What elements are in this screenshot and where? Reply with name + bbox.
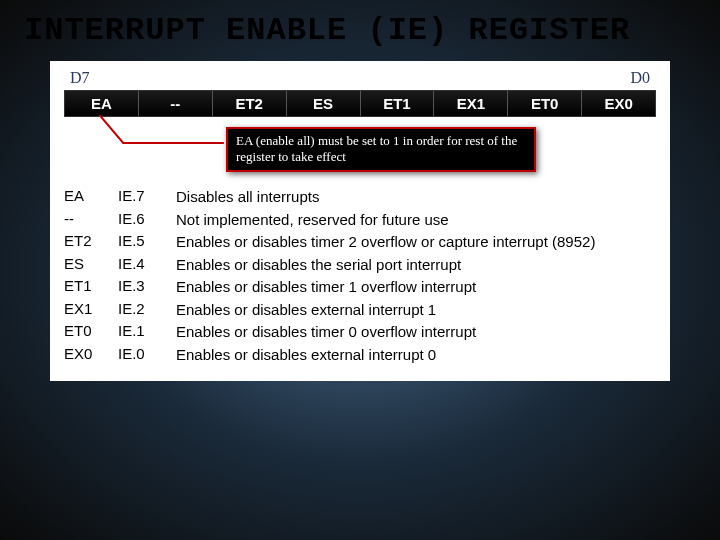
desc-cell: Not implemented, reserved for future use <box>176 210 656 230</box>
bit-1-cell: ET0 <box>508 91 582 116</box>
bit-cell: IE.6 <box>118 210 176 227</box>
bit-endcaps: D7 D0 <box>64 69 656 90</box>
sym-cell: ET0 <box>64 322 118 339</box>
table-row: ES IE.4 Enables or disables the serial p… <box>64 255 656 275</box>
table-row: EX0 IE.0 Enables or disables external in… <box>64 345 656 365</box>
bit-6-cell: -- <box>139 91 213 116</box>
table-row: ET1 IE.3 Enables or disables timer 1 ove… <box>64 277 656 297</box>
bit-cell: IE.0 <box>118 345 176 362</box>
sym-cell: ET2 <box>64 232 118 249</box>
ea-callout: EA (enable all) must be set to 1 in orde… <box>226 127 536 172</box>
table-row: ET0 IE.1 Enables or disables timer 0 ove… <box>64 322 656 342</box>
page-title: INTERRUPT ENABLE (IE) REGISTER <box>0 0 720 57</box>
bit-cell: IE.1 <box>118 322 176 339</box>
bit-description-table: EA IE.7 Disables all interrupts -- IE.6 … <box>64 187 656 364</box>
bit-5-cell: ET2 <box>213 91 287 116</box>
table-row: ET2 IE.5 Enables or disables timer 2 ove… <box>64 232 656 252</box>
desc-cell: Enables or disables the serial port inte… <box>176 255 656 275</box>
sym-cell: EA <box>64 187 118 204</box>
sym-cell: ET1 <box>64 277 118 294</box>
bit-cell: IE.5 <box>118 232 176 249</box>
content-panel: D7 D0 EA -- ET2 ES ET1 EX1 ET0 EX0 EA (e… <box>50 61 670 381</box>
msb-label: D7 <box>70 69 90 87</box>
callout-area: EA (enable all) must be set to 1 in orde… <box>64 117 656 165</box>
desc-cell: Enables or disables timer 2 overflow or … <box>176 232 656 252</box>
bit-0-cell: EX0 <box>582 91 655 116</box>
table-row: EX1 IE.2 Enables or disables external in… <box>64 300 656 320</box>
desc-cell: Enables or disables timer 1 overflow int… <box>176 277 656 297</box>
bit-4-cell: ES <box>287 91 361 116</box>
desc-cell: Enables or disables external interrupt 0 <box>176 345 656 365</box>
desc-cell: Enables or disables external interrupt 1 <box>176 300 656 320</box>
bit-2-cell: EX1 <box>434 91 508 116</box>
bit-3-cell: ET1 <box>361 91 435 116</box>
sym-cell: -- <box>64 210 118 227</box>
bit-7-cell: EA <box>65 91 139 116</box>
bit-cell: IE.7 <box>118 187 176 204</box>
bit-cell: IE.3 <box>118 277 176 294</box>
sym-cell: ES <box>64 255 118 272</box>
sym-cell: EX0 <box>64 345 118 362</box>
sym-cell: EX1 <box>64 300 118 317</box>
lsb-label: D0 <box>630 69 650 87</box>
bit-cell: IE.2 <box>118 300 176 317</box>
table-row: EA IE.7 Disables all interrupts <box>64 187 656 207</box>
bit-cell: IE.4 <box>118 255 176 272</box>
register-byte: EA -- ET2 ES ET1 EX1 ET0 EX0 <box>64 90 656 117</box>
table-row: -- IE.6 Not implemented, reserved for fu… <box>64 210 656 230</box>
desc-cell: Disables all interrupts <box>176 187 656 207</box>
desc-cell: Enables or disables timer 0 overflow int… <box>176 322 656 342</box>
